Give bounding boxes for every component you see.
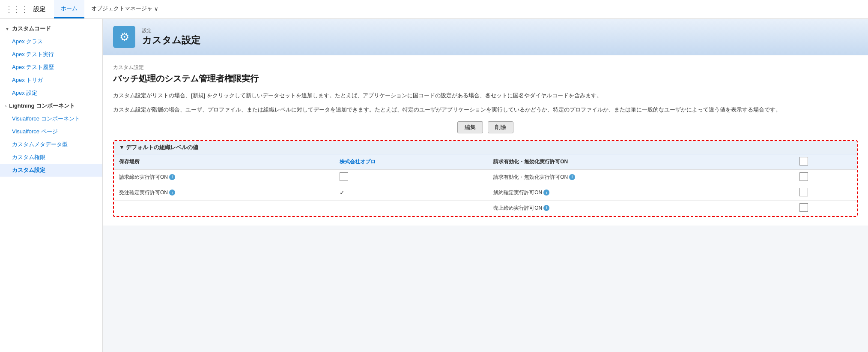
table-row: 売上締め実行許可ON i bbox=[114, 200, 857, 216]
sidebar-item-apex-settings[interactable]: Apex 設定 bbox=[0, 87, 102, 99]
section-title: バッチ処理のシステム管理者権限実行 bbox=[113, 73, 858, 84]
col-company-header[interactable]: 株式会社オプロ bbox=[334, 154, 488, 170]
info-icon-right-2[interactable]: i bbox=[543, 190, 549, 196]
page-header: ⚙ 設定 カスタム設定 bbox=[103, 19, 868, 55]
page-subtitle: 設定 bbox=[142, 27, 200, 34]
default-values-title: ▼ デフォルトの組織レベルの値 bbox=[119, 144, 198, 151]
col-right-label-header: 請求有効化・無効化実行許可ON bbox=[488, 154, 794, 170]
chevron-down-icon: ∨ bbox=[154, 6, 158, 12]
action-buttons: 編集 削除 bbox=[113, 121, 858, 133]
table-row: 請求締め実行許可ON i 請求有効化・無効化実行許可ON i bbox=[114, 169, 857, 185]
breadcrumb: カスタム設定 bbox=[113, 64, 858, 71]
row1-checkbox-right[interactable] bbox=[799, 172, 808, 181]
info-icon-right-3[interactable]: i bbox=[543, 205, 549, 211]
col-storage-header: 保存場所 bbox=[114, 154, 334, 170]
edit-button[interactable]: 編集 bbox=[457, 121, 483, 133]
nav-tabs: ホーム オブジェクトマネージャ ∨ bbox=[54, 0, 165, 18]
page-header-icon: ⚙ bbox=[113, 26, 135, 48]
info-icon-2[interactable]: i bbox=[169, 190, 175, 196]
content-body: このページのヘルプ ? カスタム設定 バッチ処理のシステム管理者権限実行 カスタ… bbox=[103, 55, 868, 226]
header-checkbox[interactable] bbox=[799, 157, 808, 165]
row1-checkbox-left[interactable] bbox=[340, 172, 348, 181]
main-layout: ▼ カスタムコード Apex クラス Apex テスト実行 Apex テスト履歴… bbox=[0, 19, 868, 352]
nav-tab-object-label: オブジェクトマネージャ bbox=[91, 5, 152, 12]
default-values-header[interactable]: ▼ デフォルトの組織レベルの値 bbox=[114, 141, 857, 154]
col-right-value-header bbox=[794, 154, 857, 170]
sidebar-section-label: カスタムコード bbox=[12, 25, 51, 33]
top-navigation: ⋮⋮⋮ 設定 ホーム オブジェクトマネージャ ∨ bbox=[0, 0, 868, 19]
sidebar-item-apex-test-run[interactable]: Apex テスト実行 bbox=[0, 48, 102, 61]
default-values-box: ▼ デフォルトの組織レベルの値 保存場所 株式会社オプロ 請求有効化・無効化実行… bbox=[113, 140, 858, 217]
row1-right-label: 請求有効化・無効化実行許可ON i bbox=[488, 169, 794, 185]
sidebar-item-apex-trigger[interactable]: Apex トリガ bbox=[0, 74, 102, 87]
chevron-down-icon: ▼ bbox=[5, 27, 9, 31]
description-2: カスタム設定が階層の場合、ユーザ、プロファイル、または組織レベルに対してデータを… bbox=[113, 105, 858, 114]
default-values-table: 保存場所 株式会社オプロ 請求有効化・無効化実行許可ON bbox=[114, 154, 857, 216]
row2-left-value: ✓ bbox=[334, 185, 488, 200]
page-title: カスタム設定 bbox=[142, 34, 200, 47]
sidebar-section-lightning[interactable]: › Lightning コンポーネント bbox=[0, 99, 102, 112]
page-header-text: 設定 カスタム設定 bbox=[142, 27, 200, 47]
sidebar-item-custom-permissions[interactable]: カスタム権限 bbox=[0, 151, 102, 164]
description-1: カスタム設定がリストの場合、[新規] をクリックして新しいデータセットを追加しま… bbox=[113, 91, 858, 100]
sidebar-section-label-lightning: Lightning コンポーネント bbox=[9, 102, 75, 110]
nav-title: 設定 bbox=[33, 6, 45, 13]
row3-left-label bbox=[114, 200, 334, 216]
row3-right-value bbox=[794, 200, 857, 216]
sidebar-item-visualforce-components[interactable]: Visualforce コンポーネント bbox=[0, 112, 102, 125]
row1-left-label: 請求締め実行許可ON i bbox=[114, 169, 334, 185]
sidebar-item-visualforce-pages[interactable]: Visualforce ページ bbox=[0, 125, 102, 138]
sidebar-item-apex-class[interactable]: Apex クラス bbox=[0, 35, 102, 48]
row1-right-value bbox=[794, 169, 857, 185]
chevron-right-icon: › bbox=[5, 104, 6, 108]
nav-tab-object-manager[interactable]: オブジェクトマネージャ ∨ bbox=[84, 0, 165, 18]
info-icon-right[interactable]: i bbox=[569, 174, 575, 180]
row2-checkbox-right[interactable] bbox=[799, 188, 808, 196]
row2-left-label: 受注確定実行許可ON i bbox=[114, 185, 334, 200]
table-row: 受注確定実行許可ON i ✓ 解約確定実行許可ON i bbox=[114, 185, 857, 200]
row1-left-value bbox=[334, 169, 488, 185]
info-icon[interactable]: i bbox=[169, 174, 175, 180]
row3-right-label: 売上締め実行許可ON i bbox=[488, 200, 794, 216]
sidebar-item-custom-metadata[interactable]: カスタムメタデータ型 bbox=[0, 138, 102, 151]
row2-right-label: 解約確定実行許可ON i bbox=[488, 185, 794, 200]
delete-button[interactable]: 削除 bbox=[488, 121, 513, 133]
grid-icon[interactable]: ⋮⋮⋮ bbox=[5, 5, 28, 14]
row2-right-value bbox=[794, 185, 857, 200]
content-area: ⚙ 設定 カスタム設定 このページのヘルプ ? カスタム設定 バッチ処理のシステ… bbox=[103, 19, 868, 352]
row3-checkbox-right[interactable] bbox=[799, 203, 808, 212]
sidebar-item-custom-settings[interactable]: カスタム設定 bbox=[0, 164, 102, 177]
nav-tab-home[interactable]: ホーム bbox=[54, 0, 84, 18]
sidebar-item-apex-test-history[interactable]: Apex テスト履歴 bbox=[0, 61, 102, 74]
sidebar: ▼ カスタムコード Apex クラス Apex テスト実行 Apex テスト履歴… bbox=[0, 19, 103, 352]
row3-left-value bbox=[334, 200, 488, 216]
sidebar-section-custom-code[interactable]: ▼ カスタムコード bbox=[0, 22, 102, 35]
